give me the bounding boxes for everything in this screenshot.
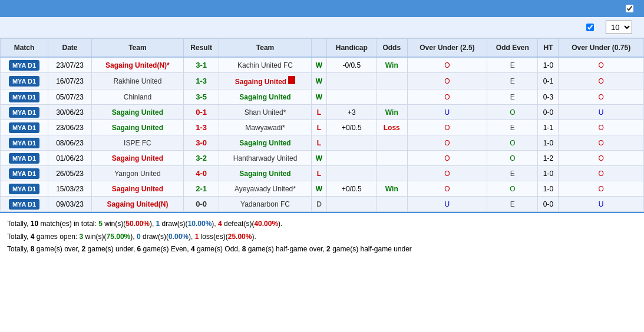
cell-team1: Sagaing United xyxy=(91,120,183,135)
col-result: Result xyxy=(183,39,219,58)
col-odd-even: Odd Even xyxy=(487,39,538,58)
cell-ht: 1-0 xyxy=(538,166,559,181)
team2-name: Mawyawadi* xyxy=(245,124,285,132)
display-notes-checkbox[interactable] xyxy=(626,5,633,12)
cell-handicap xyxy=(327,151,377,166)
cell-wdl: L xyxy=(311,135,327,151)
col-wdl xyxy=(311,39,327,58)
result-score: 1-3 xyxy=(196,123,207,132)
cell-team1: ISPE FC xyxy=(91,135,183,151)
team2-name: Sagaing United xyxy=(239,93,290,101)
col-team1: Team xyxy=(91,39,183,58)
cell-team1: Sagaing United xyxy=(91,181,183,197)
cell-ht: 1-2 xyxy=(538,151,559,166)
cell-handicap: +0/0.5 xyxy=(327,120,377,135)
cell-handicap xyxy=(327,166,377,181)
cell-date: 05/07/23 xyxy=(48,89,92,105)
games-select[interactable]: 10 5 15 20 All xyxy=(606,21,632,34)
team1-name: Sagaing United(N) xyxy=(107,200,168,208)
cell-team1: Sagaing United(N) xyxy=(91,197,183,212)
cell-odd-even: O xyxy=(487,151,538,166)
col-over-under2: Over Under (0.75) xyxy=(559,39,644,58)
ou2-indicator: O xyxy=(599,61,604,69)
cell-handicap xyxy=(327,73,377,89)
cell-wdl: W xyxy=(311,181,327,197)
league-checkbox[interactable] xyxy=(586,24,594,31)
match-badge: MYA D1 xyxy=(9,153,39,164)
cell-odd-even: E xyxy=(487,197,538,212)
cell-wdl: W xyxy=(311,151,327,166)
cell-team2: Hantharwady United xyxy=(219,151,311,166)
ou-indicator: O xyxy=(444,185,450,193)
cell-match: MYA D1 xyxy=(1,197,48,212)
cell-over-under: U xyxy=(407,105,487,120)
table-row: MYA D101/06/23Sagaing United3-2Hantharwa… xyxy=(1,151,644,166)
oe-indicator: E xyxy=(510,170,515,178)
footer-line3: Totally, 8 game(s) over, 2 game(s) under… xyxy=(7,243,637,256)
cell-handicap: +3 xyxy=(327,105,377,120)
table-row: MYA D115/03/23Sagaing United2-1Ayeyawady… xyxy=(1,181,644,197)
cell-ht: 0-3 xyxy=(538,89,559,105)
cell-handicap xyxy=(327,89,377,105)
team2-name: Shan United* xyxy=(245,108,286,117)
cell-result: 3-1 xyxy=(183,57,219,73)
cell-date: 30/06/23 xyxy=(48,105,92,120)
result-score: 2-1 xyxy=(196,184,207,193)
cell-team2: Sagaing United xyxy=(219,166,311,181)
team1-name: Sagaing United xyxy=(112,124,163,132)
cell-ht: 0-1 xyxy=(538,73,559,89)
cell-team2: Sagaing United xyxy=(219,135,311,151)
oe-indicator: E xyxy=(510,200,515,208)
cell-date: 08/06/23 xyxy=(48,135,92,151)
team1-name: Rakhine United xyxy=(113,77,161,85)
cell-over-under2: O xyxy=(559,181,644,197)
cell-odds xyxy=(377,135,408,151)
cell-team1: Sagaing United xyxy=(91,105,183,120)
cell-over-under2: U xyxy=(559,197,644,212)
oe-indicator: E xyxy=(510,61,515,69)
col-team2: Team xyxy=(219,39,311,58)
ou2-indicator: U xyxy=(599,108,604,117)
match-badge: MYA D1 xyxy=(9,168,39,179)
cell-over-under2: O xyxy=(559,89,644,105)
oe-indicator: O xyxy=(510,154,515,162)
team1-name: Yangon United xyxy=(114,170,161,178)
cell-ht: 0-0 xyxy=(538,197,559,212)
ou-indicator: O xyxy=(444,139,450,147)
team2-name: Sagaing United xyxy=(235,78,286,86)
team1-name: Chinland xyxy=(124,93,151,101)
cell-date: 23/06/23 xyxy=(48,120,92,135)
match-badge: MYA D1 xyxy=(9,107,39,118)
cell-team2: Yadanarbon FC xyxy=(219,197,311,212)
col-date: Date xyxy=(48,39,92,58)
team2-name: Kachin United FC xyxy=(237,61,293,69)
wdl-indicator: W xyxy=(316,77,322,85)
cell-over-under2: O xyxy=(559,73,644,89)
cell-over-under: U xyxy=(407,197,487,212)
oe-indicator: O xyxy=(510,185,515,193)
cell-wdl: W xyxy=(311,89,327,105)
cell-result: 0-0 xyxy=(183,197,219,212)
ou2-indicator: U xyxy=(599,200,604,208)
table-header-row: Match Date Team Result Team Handicap Odd… xyxy=(1,39,644,58)
cell-ht: 1-1 xyxy=(538,120,559,135)
team1-name: Sagaing United xyxy=(112,185,163,193)
cell-ht: 0-0 xyxy=(538,105,559,120)
wdl-indicator: L xyxy=(317,170,321,178)
cell-over-under2: O xyxy=(559,120,644,135)
cell-wdl: W xyxy=(311,73,327,89)
table-row: MYA D123/07/23Sagaing United(N)*3-1Kachi… xyxy=(1,57,644,73)
cell-over-under: O xyxy=(407,181,487,197)
cell-odds xyxy=(377,73,408,89)
table-row: MYA D126/05/23Yangon United4-0Sagaing Un… xyxy=(1,166,644,181)
result-score: 1-3 xyxy=(196,77,207,85)
cell-over-under: O xyxy=(407,151,487,166)
col-handicap: Handicap xyxy=(327,39,377,58)
cell-odds: Win xyxy=(377,57,408,73)
cell-odd-even: E xyxy=(487,57,538,73)
team1-name: Sagaing United(N)* xyxy=(105,61,170,69)
odds-result: Win xyxy=(385,108,398,117)
cell-team1: Sagaing United(N)* xyxy=(91,57,183,73)
cell-date: 26/05/23 xyxy=(48,166,92,181)
cell-team2: Ayeyawady United* xyxy=(219,181,311,197)
